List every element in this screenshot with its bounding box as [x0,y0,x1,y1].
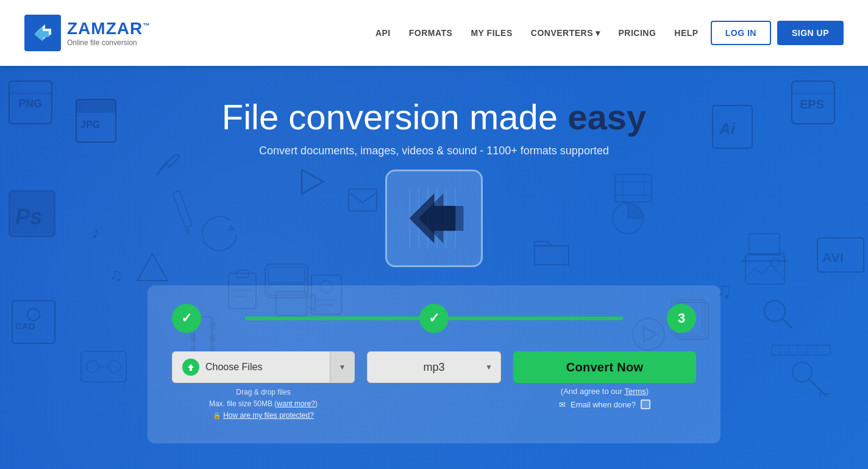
svg-rect-81 [237,270,249,277]
wrench-icon [152,151,183,184]
header: ZAMZAR™ Online file conversion API FORMA… [0,0,868,66]
convert-now-button[interactable]: Convert Now [513,351,696,383]
format-select[interactable]: mp3 mp4 jpg png pdf [367,351,501,383]
logo-icon [24,15,61,51]
svg-rect-9 [9,191,55,237]
jpg-badge: JPG [73,96,122,148]
choose-files-label: Choose Files [205,362,262,373]
svg-rect-67 [772,345,830,355]
svg-marker-24 [302,170,323,194]
choose-files-dropdown[interactable]: ▼ [330,352,354,382]
svg-point-51 [87,360,99,373]
music-icon2: ♫ [110,261,134,288]
svg-rect-75 [615,174,652,202]
drag-drop-label: Drag & drop files [236,388,290,396]
nav-converters[interactable]: CONVERTERS ▾ [531,28,600,38]
email-icon-small: ✉ [559,400,566,409]
svg-rect-29 [173,191,192,227]
svg-rect-6 [76,99,116,142]
step-2-checkmark: ✓ [429,310,439,326]
svg-rect-8 [76,99,116,113]
svg-rect-11 [12,301,55,343]
svg-text:♫: ♫ [110,265,123,284]
hero-title-part1: File conversion made [222,97,567,137]
choose-files-main[interactable]: Choose Files [173,359,330,376]
format-section: mp3 mp4 jpg png pdf [367,351,501,383]
terms-link[interactable]: Terms [624,387,646,396]
svg-marker-30 [184,228,192,236]
svg-point-35 [771,258,780,267]
svg-rect-25 [349,189,377,211]
login-button[interactable]: LOG IN [711,21,771,45]
svg-rect-17 [713,106,752,148]
svg-marker-32 [227,224,236,231]
want-more-link[interactable]: want more? [277,399,315,408]
svg-rect-14 [792,81,834,124]
logo-name: ZAMZAR™ [67,19,151,38]
chevron-down-icon: ▾ [596,28,600,38]
signup-button[interactable]: SIGN UP [777,21,844,45]
logo-subtitle: Online file conversion [67,38,151,47]
nav-help[interactable]: HELP [674,28,698,38]
nav-api[interactable]: API [375,28,391,38]
triangle-icon [134,249,171,288]
upload-arrow-icon [186,362,196,372]
logo-brand: ZAMZAR [67,19,143,38]
svg-point-65 [764,301,785,321]
file-protection-link[interactable]: How are my files protected? [223,411,314,420]
piechart-icon [610,200,646,239]
hero-subtitle: Convert documents, images, videos & soun… [259,145,609,157]
svg-line-21 [157,163,166,174]
pencil-icon [171,188,195,239]
step-3-label: 3 [678,310,685,326]
upload-icon [182,359,199,376]
cassette-icon [79,346,128,385]
avi-badge: AVI [816,237,865,276]
svg-rect-34 [745,254,784,284]
max-size-end: ) [315,399,318,408]
nav-converters-label: CONVERTERS [531,28,593,38]
step-2-circle: ✓ [419,304,449,333]
svg-text:PNG: PNG [18,98,42,110]
choose-files-button[interactable]: Choose Files ▼ [172,351,355,383]
music-icon: ♪ [91,218,116,245]
nav-formats[interactable]: FORMATS [409,28,453,38]
email-icon [347,188,378,215]
svg-marker-92 [419,194,463,243]
converter-controls: Choose Files ▼ Drag & drop files Max. fi… [172,351,696,422]
svg-marker-33 [137,254,168,281]
folder-icon [533,237,570,270]
svg-text:♪: ♪ [91,223,100,242]
format-select-wrap: mp3 mp4 jpg png pdf [367,351,501,383]
laptop-icon [740,231,789,270]
logo-text-area: ZAMZAR™ Online file conversion [67,19,151,47]
png-badge: PNG [6,72,61,129]
svg-marker-93 [188,364,194,371]
logo-tm: ™ [143,21,151,30]
svg-rect-73 [749,234,780,255]
svg-text:JPG: JPG [80,120,100,130]
svg-rect-50 [81,351,126,382]
svg-line-66 [783,319,792,328]
nav-pricing[interactable]: PRICING [619,28,656,38]
refresh-icon [198,212,241,257]
nav-my-files[interactable]: MY FILES [471,28,512,38]
hero-title-easy: easy [567,97,646,137]
nav-buttons: LOG IN SIGN UP [711,21,844,45]
main-nav: API FORMATS MY FILES CONVERTERS ▾ PRICIN… [375,28,699,38]
svg-rect-19 [817,238,864,272]
svg-point-13 [27,309,40,321]
svg-line-37 [809,379,827,396]
play-icon-left [293,163,329,202]
choose-files-section: Choose Files ▼ Drag & drop files Max. fi… [172,351,355,422]
svg-text:EPS: EPS [800,98,824,111]
forward-arrows-svg: .sketch { fill: rgba(0,10,40,0.6); strok… [397,188,471,249]
search-icon-bg [761,298,795,334]
convert-section: Convert Now (And agree to our Terms) ✉ E… [513,351,696,409]
key-icon [789,359,831,404]
logo-svg [30,21,55,45]
email-checkbox[interactable] [641,399,650,409]
converter-box: ✓ ✓ 3 [148,285,720,443]
svg-text:Ps: Ps [15,204,42,229]
svg-text:AVI: AVI [822,250,844,265]
